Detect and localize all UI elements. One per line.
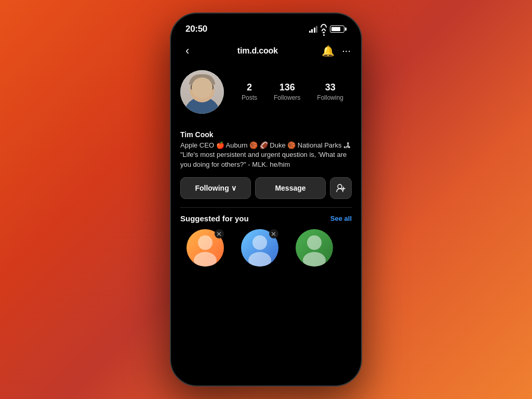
back-button[interactable]: ‹ bbox=[181, 42, 193, 60]
svg-point-3 bbox=[198, 235, 212, 250]
suggested-user-3 bbox=[289, 229, 339, 267]
action-buttons: Following ∨ Message bbox=[171, 177, 361, 199]
svg-point-0 bbox=[338, 184, 342, 189]
followers-count: 136 bbox=[280, 82, 295, 93]
following-label: Following bbox=[317, 94, 343, 101]
suggested-avatar-person-3 bbox=[296, 229, 333, 267]
profile-stats-row: 2 Posts 136 Followers 33 Following bbox=[180, 70, 352, 114]
suggested-close-1[interactable]: ✕ bbox=[215, 229, 224, 238]
more-options-icon[interactable]: ··· bbox=[342, 45, 351, 57]
profile-section: 2 Posts 136 Followers 33 Following bbox=[171, 66, 361, 130]
wifi-icon bbox=[321, 24, 327, 36]
message-button[interactable]: Message bbox=[255, 177, 326, 199]
status-time: 20:50 bbox=[185, 24, 207, 34]
divider bbox=[180, 207, 352, 208]
battery-icon: 43 bbox=[330, 25, 347, 33]
profile-username: tim.d.cook bbox=[237, 46, 278, 56]
phone-screen: 20:50 bbox=[171, 14, 361, 385]
nav-bar: ‹ tim.d.cook 🔔 ··· bbox=[171, 38, 361, 66]
suggested-header: Suggested for you See all bbox=[180, 214, 352, 223]
followers-stat[interactable]: 136 Followers bbox=[274, 82, 300, 101]
avatar bbox=[180, 70, 224, 114]
see-all-link[interactable]: See all bbox=[330, 215, 352, 222]
suggested-avatars-row: ✕ ✕ bbox=[180, 229, 352, 267]
followers-label: Followers bbox=[274, 94, 300, 101]
profile-bio: Apple CEO 🍎 Auburn 🏀 🏈 Duke 🏀 National P… bbox=[180, 141, 352, 170]
phone-device: 20:50 bbox=[170, 12, 362, 387]
suggested-title: Suggested for you bbox=[180, 214, 249, 223]
posts-count: 2 bbox=[247, 82, 252, 93]
dynamic-island bbox=[237, 20, 295, 36]
notification-bell-icon[interactable]: 🔔 bbox=[322, 45, 335, 57]
following-stat[interactable]: 33 Following bbox=[317, 82, 343, 101]
suggested-section: Suggested for you See all ✕ bbox=[171, 214, 361, 385]
svg-point-4 bbox=[194, 252, 217, 267]
svg-point-6 bbox=[248, 252, 271, 267]
signal-icon bbox=[309, 26, 318, 33]
add-person-icon bbox=[336, 184, 345, 192]
suggested-user-2: ✕ bbox=[235, 229, 284, 267]
svg-point-5 bbox=[252, 235, 267, 250]
posts-stat[interactable]: 2 Posts bbox=[242, 82, 257, 101]
following-count: 33 bbox=[325, 82, 336, 93]
suggested-user-1: ✕ bbox=[180, 229, 230, 267]
nav-actions: 🔔 ··· bbox=[322, 45, 351, 57]
battery-level: 43 bbox=[330, 26, 344, 32]
posts-label: Posts bbox=[242, 94, 257, 101]
profile-display-name: Tim Cook bbox=[180, 130, 352, 139]
suggested-close-2[interactable]: ✕ bbox=[269, 229, 278, 238]
bio-section: Tim Cook Apple CEO 🍎 Auburn 🏀 🏈 Duke 🏀 N… bbox=[171, 130, 361, 170]
svg-point-7 bbox=[307, 235, 322, 250]
following-button[interactable]: Following ∨ bbox=[180, 177, 251, 199]
stats-container: 2 Posts 136 Followers 33 Following bbox=[233, 82, 352, 101]
svg-point-8 bbox=[303, 252, 326, 267]
status-icons: 43 bbox=[309, 23, 347, 36]
suggested-avatar-3 bbox=[296, 229, 333, 267]
add-person-button[interactable] bbox=[330, 177, 352, 199]
